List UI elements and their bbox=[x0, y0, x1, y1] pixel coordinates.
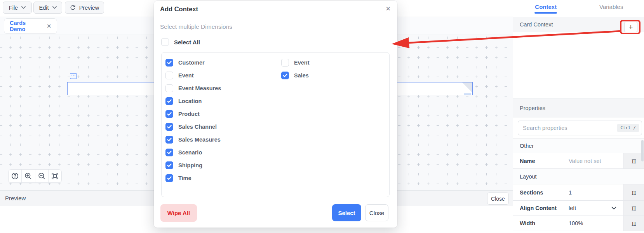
dimension-label: Time bbox=[178, 175, 191, 181]
property-label: Width bbox=[513, 215, 563, 231]
select-all-checkbox[interactable] bbox=[161, 38, 169, 46]
dimension-label: Sales bbox=[294, 72, 309, 79]
file-menu-label: File bbox=[9, 5, 18, 11]
modal-title: Add Context bbox=[160, 1, 198, 17]
canvas-zoom-toolbar bbox=[8, 169, 62, 183]
dimension-column-right: EventSales bbox=[276, 53, 389, 197]
dimension-row: Sales Measures bbox=[165, 136, 276, 144]
tab-cards-demo-label: Cards Demo bbox=[10, 20, 42, 32]
formula-button[interactable]: π bbox=[623, 184, 644, 200]
edit-menu-button[interactable]: Edit bbox=[33, 2, 62, 14]
preview-bar-label: Preview bbox=[5, 191, 26, 206]
chevron-down-icon bbox=[611, 207, 616, 210]
formula-button[interactable]: π bbox=[623, 215, 644, 231]
properties-table: Other Name Value not set π Layout Sectio… bbox=[513, 138, 644, 231]
tab-close-icon[interactable]: ✕ bbox=[47, 23, 51, 29]
fit-to-screen-button[interactable] bbox=[48, 170, 61, 182]
select-all-row: Select All bbox=[161, 38, 200, 46]
formula-button[interactable]: π bbox=[623, 201, 644, 215]
checkbox-checked[interactable] bbox=[165, 149, 173, 156]
width-value-field[interactable]: 100% bbox=[563, 215, 623, 231]
property-label: Sections bbox=[513, 184, 563, 200]
tab-variables[interactable]: Variables bbox=[579, 0, 644, 17]
properties-header: Properties bbox=[513, 98, 644, 117]
zoom-in-button[interactable] bbox=[21, 170, 35, 182]
group-other-title: Other bbox=[520, 143, 534, 149]
checkbox-unchecked[interactable] bbox=[281, 59, 289, 67]
group-header-layout: Layout bbox=[513, 169, 644, 184]
property-row-sections: Sections 1 π bbox=[513, 184, 644, 201]
dimension-row: Product bbox=[165, 110, 276, 118]
group-header-other: Other bbox=[513, 139, 644, 153]
dimension-list: CustomerEventEvent MeasuresLocationProdu… bbox=[161, 52, 390, 197]
align-content-value: left bbox=[569, 205, 576, 211]
zoom-out-icon bbox=[38, 172, 45, 180]
card-context-title: Card Context bbox=[520, 21, 553, 28]
checkbox-checked[interactable] bbox=[165, 123, 173, 131]
properties-title: Properties bbox=[520, 105, 545, 111]
align-content-select[interactable]: left bbox=[563, 201, 623, 215]
checkbox-checked[interactable] bbox=[165, 161, 173, 169]
preview-close-label: Close bbox=[491, 196, 505, 202]
chevron-down-icon bbox=[52, 6, 57, 9]
dimension-row: Sales bbox=[281, 72, 389, 79]
file-menu-button[interactable]: File bbox=[3, 2, 32, 14]
checkbox-checked[interactable] bbox=[281, 72, 289, 79]
sections-value-field[interactable]: 1 bbox=[563, 184, 623, 200]
dimension-row: Event bbox=[165, 72, 276, 79]
widget-resize-grip[interactable] bbox=[464, 93, 471, 95]
chevron-down-icon bbox=[21, 6, 26, 9]
add-context-button[interactable]: + bbox=[624, 22, 637, 32]
close-button[interactable]: Close bbox=[365, 204, 388, 221]
checkbox-checked[interactable] bbox=[165, 136, 173, 144]
checkbox-unchecked[interactable] bbox=[165, 72, 173, 79]
wipe-all-button[interactable]: Wipe All bbox=[160, 204, 197, 222]
modal-header: Add Context ✕ bbox=[154, 1, 397, 17]
dimension-label: Event bbox=[294, 60, 310, 66]
dimension-label: Shipping bbox=[178, 162, 202, 168]
modal-close-icon[interactable]: ✕ bbox=[386, 5, 391, 12]
help-icon bbox=[11, 172, 19, 180]
card-context-header: Card Context + bbox=[513, 17, 644, 32]
property-row-align-content: Align Content left π bbox=[513, 201, 644, 215]
add-context-modal: Add Context ✕ Select multiple Dimensions… bbox=[154, 1, 397, 228]
checkbox-checked[interactable] bbox=[165, 110, 173, 118]
dimension-label: Event Measures bbox=[178, 85, 221, 91]
tab-variables-label: Variables bbox=[599, 4, 623, 10]
modal-subtitle: Select multiple Dimensions bbox=[160, 23, 232, 30]
select-button[interactable]: Select bbox=[332, 204, 361, 221]
dimension-row: Scenario bbox=[165, 149, 276, 156]
widget-resize-corner[interactable] bbox=[462, 82, 472, 93]
name-value-field[interactable]: Value not set bbox=[563, 153, 623, 168]
checkbox-unchecked[interactable] bbox=[165, 84, 173, 92]
dimension-label: Sales Channel bbox=[178, 124, 217, 130]
dimension-label: Event bbox=[178, 72, 194, 79]
active-tab-underline bbox=[534, 12, 557, 14]
dimension-label: Customer bbox=[178, 60, 205, 66]
checkbox-checked[interactable] bbox=[165, 59, 173, 67]
group-layout-title: Layout bbox=[520, 173, 537, 180]
tab-cards-demo[interactable]: Cards Demo ✕ bbox=[4, 18, 57, 34]
property-label: Name bbox=[513, 153, 563, 168]
help-button[interactable] bbox=[9, 170, 21, 182]
dimension-row: Event Measures bbox=[165, 84, 276, 92]
property-row-name: Name Value not set π bbox=[513, 153, 644, 169]
dimension-label: Sales Measures bbox=[178, 137, 221, 143]
tab-context[interactable]: Context bbox=[513, 0, 579, 17]
dimension-label: Location bbox=[178, 98, 202, 104]
widget-type-icon bbox=[70, 73, 77, 79]
scrollbar-thumb[interactable] bbox=[641, 140, 644, 161]
checkbox-checked[interactable] bbox=[165, 174, 173, 182]
tab-context-label: Context bbox=[535, 4, 557, 10]
property-label: Align Content bbox=[513, 201, 563, 215]
property-row-width: Width 100% π bbox=[513, 215, 644, 231]
preview-button-label: Preview bbox=[79, 5, 99, 11]
checkbox-checked[interactable] bbox=[165, 97, 173, 105]
preview-close-button[interactable]: Close bbox=[487, 193, 509, 205]
dimension-row: Customer bbox=[165, 59, 276, 67]
properties-search: Ctrl / bbox=[518, 121, 642, 135]
zoom-out-button[interactable] bbox=[35, 170, 48, 182]
keyboard-shortcut-badge: Ctrl / bbox=[617, 124, 639, 132]
right-panel: Context Variables Card Context + Propert… bbox=[513, 0, 644, 233]
preview-button[interactable]: Preview bbox=[65, 2, 104, 14]
